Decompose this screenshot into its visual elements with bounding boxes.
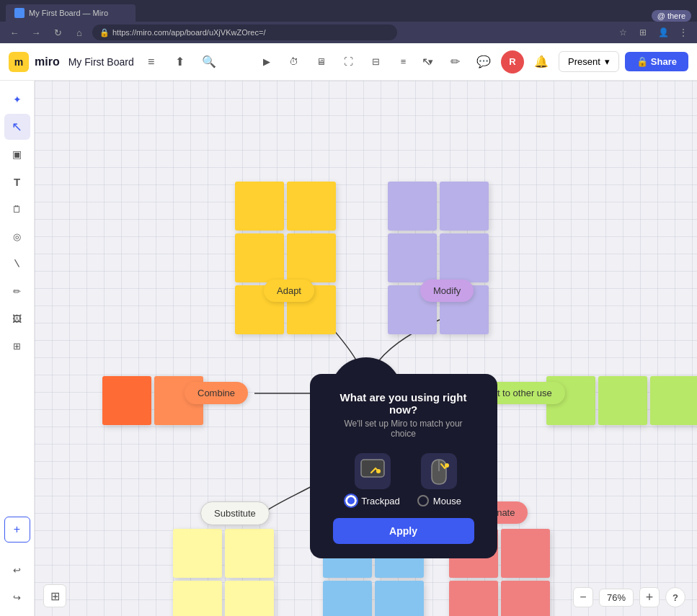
mouse-option[interactable]: Mouse <box>417 453 461 506</box>
home-button[interactable]: ⌂ <box>71 24 88 41</box>
timer-button[interactable]: ⏱ <box>283 50 306 73</box>
star-icon[interactable]: ☆ <box>615 24 631 40</box>
svg-point-1 <box>376 469 381 473</box>
svg-rect-0 <box>361 460 384 477</box>
trackpad-icon <box>355 453 391 489</box>
connect-tool-button[interactable]: ⊞ <box>4 333 30 359</box>
undo-button[interactable]: ↩ <box>4 557 30 583</box>
sticky-note[interactable] <box>388 233 437 282</box>
sticky-note[interactable] <box>287 182 336 231</box>
present-chevron-icon: ▾ <box>605 56 610 67</box>
miro-logo-icon: m <box>9 52 29 72</box>
add-tool-button[interactable]: + <box>4 517 30 543</box>
share-lock-icon: 🔒 <box>636 56 648 67</box>
screen-button[interactable]: 🖥 <box>310 50 333 73</box>
fullscreen-button[interactable]: ⛶ <box>337 50 360 73</box>
browser-chrome: My First Board — Miro @ there ← → ↻ ⌂ 🔒 … <box>0 0 697 43</box>
sticky-note[interactable] <box>388 182 437 231</box>
zoom-in-button[interactable]: + <box>639 587 660 607</box>
search-button[interactable]: 🔍 <box>197 50 221 73</box>
forward-button[interactable]: → <box>27 24 45 41</box>
main-area: ✦ ↖ ▣ T 🗒 ◎ / ✏ 🖼 ⊞ + ↩ ↪ <box>0 81 697 616</box>
comment-button[interactable]: 💬 <box>472 50 495 73</box>
pen-tool-button[interactable]: ✏ <box>443 50 466 73</box>
input-device-dialog: What are you using right now? We'll set … <box>310 374 497 558</box>
play-button[interactable]: ▶ <box>255 50 278 73</box>
refresh-button[interactable]: ↻ <box>49 24 66 41</box>
sticky-note[interactable] <box>449 581 498 616</box>
pen-tool-side-button[interactable]: ✏ <box>4 278 30 304</box>
combine-label: Combine <box>197 388 235 398</box>
share-label: Share <box>651 56 677 67</box>
mouse-radio[interactable] <box>417 495 429 506</box>
grid-button[interactable]: ⊟ <box>365 50 388 73</box>
zoom-level[interactable]: 76% <box>599 589 634 607</box>
sticky-note[interactable] <box>440 182 489 231</box>
present-button[interactable]: Present ▾ <box>559 51 619 72</box>
sticky-note[interactable] <box>173 529 222 578</box>
apply-button[interactable]: Apply <box>333 518 474 544</box>
toolbar-right: ↖ ✏ 💬 R 🔔 Present ▾ 🔒 Share <box>414 50 688 73</box>
trackpad-option[interactable]: Trackpad <box>345 453 400 506</box>
sticky-note[interactable] <box>287 233 336 282</box>
zoom-out-button[interactable]: − <box>573 587 593 607</box>
profile-icon[interactable]: 👤 <box>655 24 671 40</box>
grid-toggle[interactable]: ⊞ <box>43 584 66 607</box>
sticky-note[interactable] <box>501 581 550 616</box>
mouse-label: Mouse <box>433 496 461 506</box>
miro-text: miro <box>35 55 60 68</box>
dialog-subtitle: We'll set up Miro to match your choice <box>333 419 474 439</box>
mind-node-combine[interactable]: Combine <box>185 382 248 404</box>
image-tool-button[interactable]: 🖼 <box>4 305 30 331</box>
text-tool-button[interactable]: T <box>4 169 30 195</box>
export-button[interactable]: ⬆ <box>169 50 192 73</box>
line-tool-button[interactable]: / <box>0 246 35 282</box>
back-button[interactable]: ← <box>6 24 23 41</box>
sticky-tool-button[interactable]: 🗒 <box>4 196 30 222</box>
shapes-tool-button[interactable]: ◎ <box>4 223 30 249</box>
sticky-note[interactable] <box>225 581 274 616</box>
trackpad-label: Trackpad <box>361 496 400 506</box>
trackpad-label-row: Trackpad <box>345 495 400 506</box>
zoom-help-button[interactable]: ? <box>665 587 685 607</box>
avatar-r: R <box>501 50 524 73</box>
notification-button[interactable]: 🔔 <box>530 50 553 73</box>
menu-icon[interactable]: ⋮ <box>675 24 691 40</box>
board-name[interactable]: My First Board <box>68 56 134 68</box>
browser-tab[interactable]: My First Board — Miro <box>6 4 136 22</box>
url-bar[interactable]: 🔒 https://miro.com/app/board/uXjVKwZOrec… <box>92 24 397 40</box>
frames-tool-button[interactable]: ▣ <box>4 141 30 167</box>
left-sidebar: ✦ ↖ ▣ T 🗒 ◎ / ✏ 🖼 ⊞ + ↩ ↪ <box>0 81 35 616</box>
sparkle-button[interactable]: ✦ <box>4 86 30 112</box>
trackpad-radio[interactable] <box>345 495 357 506</box>
sticky-note[interactable] <box>598 376 647 425</box>
extensions-icon[interactable]: ⊞ <box>635 24 651 40</box>
sticky-note[interactable] <box>650 376 697 425</box>
sticky-note[interactable] <box>173 581 222 616</box>
dialog-options: Trackpad <box>333 453 474 506</box>
sticky-note[interactable] <box>102 376 151 425</box>
sticky-note[interactable] <box>323 581 372 616</box>
mind-node-adapt[interactable]: Adapt <box>264 280 314 302</box>
mind-node-modify[interactable]: Modify <box>420 280 474 302</box>
sticky-note[interactable] <box>501 529 550 578</box>
sticky-note[interactable] <box>375 581 424 616</box>
sticky-note[interactable] <box>235 233 284 282</box>
list-button[interactable]: ≡ <box>392 50 415 73</box>
browser-tabs: My First Board — Miro @ there <box>0 0 697 22</box>
there-button[interactable]: @ there <box>652 10 691 22</box>
more-button[interactable]: ▾ <box>419 50 443 73</box>
sticky-note[interactable] <box>235 182 284 231</box>
redo-button[interactable]: ↪ <box>4 584 30 610</box>
mind-node-substitute[interactable]: Substitute <box>200 501 270 525</box>
share-button[interactable]: 🔒 Share <box>625 52 688 71</box>
sticky-note[interactable] <box>440 233 489 282</box>
hamburger-button[interactable]: ≡ <box>140 50 163 73</box>
browser-nav: ← → ↻ ⌂ 🔒 https://miro.com/app/board/uXj… <box>0 22 697 43</box>
canvas[interactable]: Subject Adapt Modify Combine Put to othe… <box>35 81 697 616</box>
sticky-note[interactable] <box>225 529 274 578</box>
mouse-icon <box>421 453 457 489</box>
cursor-tool-side-button[interactable]: ↖ <box>4 114 30 140</box>
grid-toggle-button[interactable]: ⊞ <box>43 584 66 607</box>
tab-label: My First Board — Miro <box>29 9 108 17</box>
